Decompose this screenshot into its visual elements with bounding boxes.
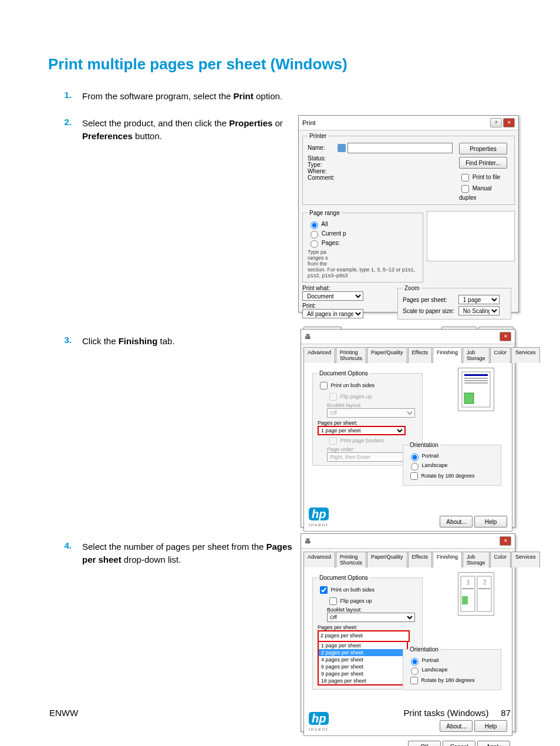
pages-per-sheet-dropdown[interactable]: 1 page per sheet 2 pages per sheet 4 pag… xyxy=(318,642,408,685)
tab-color[interactable]: Color xyxy=(490,347,511,363)
l: Flip pages up xyxy=(340,598,372,604)
find-printer-button[interactable]: Find Printer... xyxy=(459,157,507,169)
l: Portrait xyxy=(422,453,439,459)
t: Finishing xyxy=(119,336,158,346)
legend: Orientation xyxy=(408,442,440,448)
tab-effects[interactable]: Effects xyxy=(408,347,432,363)
l: Portrait xyxy=(422,657,439,663)
l: Pages per sheet: xyxy=(318,624,417,630)
step-3-text: Click the Finishing tab. xyxy=(82,335,175,348)
footer-right: Print tasks (Windows) 87 xyxy=(403,708,511,718)
tab-services[interactable]: Services xyxy=(511,347,540,363)
tab-paper[interactable]: Paper/Quality xyxy=(367,552,407,567)
l: Print on both sides xyxy=(331,587,375,593)
close-icon[interactable]: ✕ xyxy=(500,332,511,341)
l: Pages per sheet: xyxy=(318,420,417,426)
l: Current p xyxy=(322,230,346,237)
footer-left: ENWW xyxy=(49,708,78,718)
help-button[interactable]: Help xyxy=(474,516,507,527)
svg-rect-10 xyxy=(462,588,474,589)
scale-select[interactable]: No Scaling xyxy=(458,306,500,315)
tab-paper[interactable]: Paper/Quality xyxy=(367,347,407,363)
page-heading: Print multiple pages per sheet (Windows) xyxy=(48,55,512,73)
option-16[interactable]: 16 pages per sheet xyxy=(319,677,407,684)
tab-finishing[interactable]: Finishing xyxy=(433,552,462,567)
tab-services[interactable]: Services xyxy=(511,552,540,567)
tab-advanced[interactable]: Advanced xyxy=(303,347,335,363)
tab-effects[interactable]: Effects xyxy=(408,552,432,567)
tab-job-storage[interactable]: Job Storage xyxy=(463,347,490,363)
tab-color[interactable]: Color xyxy=(490,552,511,567)
tab-finishing[interactable]: Finishing xyxy=(433,347,462,363)
t: Select the number of pages per sheet fro… xyxy=(82,542,266,552)
rotate-checkbox[interactable] xyxy=(410,677,418,684)
svg-rect-1 xyxy=(464,374,488,376)
l: Where: xyxy=(308,168,336,174)
option-1[interactable]: 1 page per sheet xyxy=(319,642,407,649)
printer-small-icon: 🖶 xyxy=(305,537,311,545)
about-button[interactable]: About... xyxy=(440,516,473,527)
print-select[interactable]: All pages in range xyxy=(302,309,363,318)
l: Booklet layout: xyxy=(318,402,417,408)
option-2[interactable]: 2 pages per sheet xyxy=(319,649,407,656)
all-radio[interactable] xyxy=(311,221,318,229)
printer-name-select[interactable] xyxy=(348,143,453,153)
properties-button[interactable]: Properties xyxy=(459,143,507,154)
preview-list[interactable] xyxy=(427,211,515,261)
l: Landscape xyxy=(422,667,448,673)
landscape-radio[interactable] xyxy=(411,667,419,675)
help-button[interactable]: Help xyxy=(474,720,507,732)
both-sides-checkbox[interactable] xyxy=(320,382,328,389)
ok-button[interactable]: OK xyxy=(408,741,441,746)
cancel-button[interactable]: Cancel xyxy=(443,741,475,746)
preview-icon: 12 xyxy=(458,572,494,616)
manual-duplex-checkbox[interactable] xyxy=(461,185,469,193)
close-icon[interactable]: ✕ xyxy=(500,536,511,546)
close-icon[interactable]: ✕ xyxy=(503,118,515,127)
properties-dialog-1: 🖶 ✕ Advanced Printing Shortcuts Paper/Qu… xyxy=(301,329,515,527)
landscape-radio[interactable] xyxy=(411,463,419,471)
svg-rect-2 xyxy=(464,378,488,379)
pages-per-sheet-select[interactable]: 1 page xyxy=(458,295,500,304)
tab-shortcuts[interactable]: Printing Shortcuts xyxy=(336,347,366,363)
both-sides-checkbox[interactable] xyxy=(320,586,328,594)
tab-shortcuts[interactable]: Printing Shortcuts xyxy=(336,552,366,567)
about-button[interactable]: About... xyxy=(440,720,473,732)
svg-rect-5 xyxy=(464,393,474,404)
l: Booklet layout: xyxy=(318,607,417,613)
pages-per-sheet-select[interactable]: 1 page per sheet xyxy=(318,426,406,435)
print-to-file-checkbox[interactable] xyxy=(461,174,469,182)
print-what-select[interactable]: Document xyxy=(302,291,363,301)
t: Type pa ranges s from the xyxy=(308,249,418,267)
svg-rect-3 xyxy=(464,380,488,381)
printer-icon xyxy=(338,144,346,152)
pages-per-sheet-select[interactable]: 2 pages per sheet xyxy=(318,630,410,642)
t: section. For example, type 1, 3, 5–12 or… xyxy=(308,267,418,278)
rotate-checkbox[interactable] xyxy=(410,472,418,480)
tab-advanced[interactable]: Advanced xyxy=(303,552,335,567)
t: Click the xyxy=(82,336,119,346)
orientation-group: Orientation Portrait Landscape Rotate by… xyxy=(403,646,501,690)
option-9[interactable]: 9 pages per sheet xyxy=(319,670,407,677)
apply-button[interactable]: Apply xyxy=(477,741,510,746)
l: Type: xyxy=(308,162,336,168)
l: invent xyxy=(309,727,328,732)
l: Print on both sides xyxy=(331,382,375,388)
portrait-radio[interactable] xyxy=(411,658,419,666)
option-4[interactable]: 4 pages per sheet xyxy=(319,656,407,663)
printer-group: Printer Name: Status: Type: Where: Comme… xyxy=(302,133,515,205)
pages-radio[interactable] xyxy=(311,240,318,248)
portrait-radio[interactable] xyxy=(411,453,419,461)
tab-job-storage[interactable]: Job Storage xyxy=(463,552,490,567)
hp-logo-icon: hp xyxy=(309,508,329,520)
tab-strip: Advanced Printing Shortcuts Paper/Qualit… xyxy=(303,347,512,363)
t: tab. xyxy=(157,336,174,346)
legend: Document Options xyxy=(318,574,370,581)
booklet-select[interactable]: Off xyxy=(327,613,415,622)
option-6[interactable]: 6 pages per sheet xyxy=(319,663,407,670)
t: From the software program, select the xyxy=(82,91,234,101)
help-icon[interactable]: ? xyxy=(490,118,502,127)
l: Pages per sheet: xyxy=(403,297,457,303)
flip-checkbox[interactable] xyxy=(329,597,337,605)
current-radio[interactable] xyxy=(311,231,318,238)
